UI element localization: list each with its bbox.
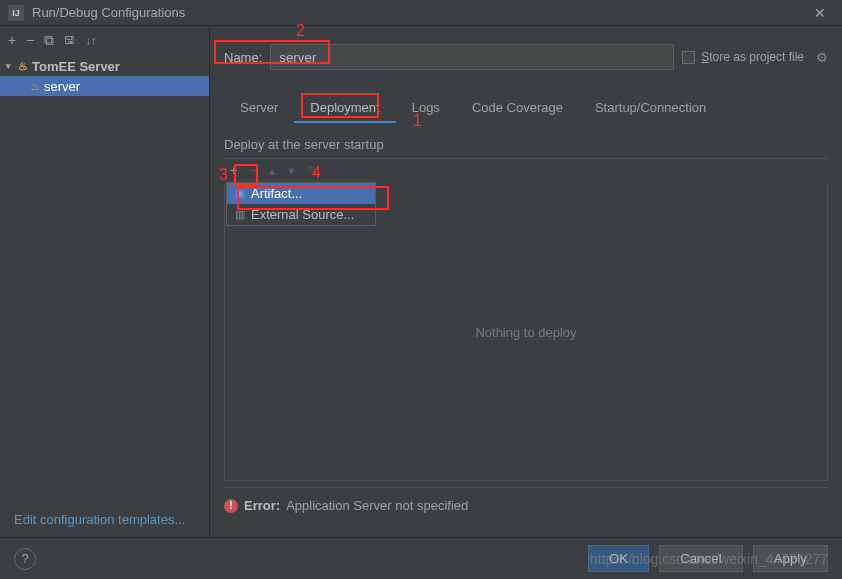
watermark: https://blog.csdn.net/weixin_44736277 [590, 551, 828, 567]
error-message: Application Server not specified [286, 498, 468, 513]
tree-node-label: server [44, 79, 80, 94]
tabs: Server Deployment Logs Code Coverage Sta… [210, 78, 842, 123]
name-label: Name: [224, 50, 262, 65]
tab-startup-connection[interactable]: Startup/Connection [579, 94, 722, 123]
name-input[interactable] [270, 44, 674, 70]
deploy-edit-button[interactable]: ✎ [307, 163, 318, 178]
add-dropdown: ▣ Artifact... ▥ External Source... [226, 182, 376, 226]
sort-config-button[interactable]: ↓↑ [85, 34, 96, 46]
window-title: Run/Debug Configurations [32, 5, 806, 20]
tab-logs[interactable]: Logs [396, 94, 456, 123]
deploy-toolbar: + − ▴ ▾ ✎ [224, 158, 828, 184]
tab-code-coverage[interactable]: Code Coverage [456, 94, 579, 123]
external-icon: ▥ [235, 208, 245, 221]
deploy-down-button[interactable]: ▾ [288, 163, 295, 178]
gear-icon[interactable]: ⚙ [816, 50, 828, 65]
edit-templates-link[interactable]: Edit configuration templates... [14, 512, 185, 527]
dropdown-artifact[interactable]: ▣ Artifact... [227, 183, 375, 204]
app-icon: IJ [8, 5, 24, 21]
deploy-add-button[interactable]: + [230, 163, 238, 178]
remove-config-button[interactable]: − [26, 32, 34, 48]
help-button[interactable]: ? [14, 548, 36, 570]
tree-node-server[interactable]: ♨ server [0, 76, 209, 96]
tree-node-label: TomEE Server [32, 59, 120, 74]
tree-node-tomee[interactable]: ▾ ♨ TomEE Server [0, 56, 209, 76]
server-icon: ♨ [30, 80, 40, 93]
deploy-remove-button[interactable]: − [250, 163, 258, 178]
main-area: + − ⧉ 🖫 ↓↑ ▾ ♨ TomEE Server ♨ server Edi… [0, 26, 842, 537]
dropdown-item-label: Artifact... [251, 186, 302, 201]
sidebar: + − ⧉ 🖫 ↓↑ ▾ ♨ TomEE Server ♨ server Edi… [0, 26, 210, 537]
artifact-icon: ▣ [235, 187, 245, 200]
close-button[interactable]: ✕ [806, 5, 834, 21]
error-icon: ! [224, 499, 238, 513]
store-as-project-checkbox[interactable]: Store as project file [682, 50, 804, 64]
chevron-down-icon: ▾ [6, 61, 16, 71]
name-row: Name: Store as project file ⚙ [210, 26, 842, 78]
sidebar-footer: Edit configuration templates... [0, 502, 209, 537]
dropdown-external-source[interactable]: ▥ External Source... [227, 204, 375, 225]
error-row: ! Error: Application Server not specifie… [224, 487, 828, 523]
tab-deployment[interactable]: Deployment [294, 94, 395, 123]
checkbox-box [682, 51, 695, 64]
deploy-section-label: Deploy at the server startup [224, 137, 828, 152]
content: Name: Store as project file ⚙ Server Dep… [210, 26, 842, 537]
error-label: Error: [244, 498, 280, 513]
dropdown-item-label: External Source... [251, 207, 354, 222]
config-tree: ▾ ♨ TomEE Server ♨ server [0, 54, 209, 502]
save-config-button[interactable]: 🖫 [64, 34, 75, 46]
store-label: Store as project file [701, 50, 804, 64]
titlebar: IJ Run/Debug Configurations ✕ [0, 0, 842, 26]
tab-server[interactable]: Server [224, 94, 294, 123]
tomee-icon: ♨ [18, 60, 28, 73]
deploy-list: Nothing to deploy [224, 184, 828, 481]
empty-state-text: Nothing to deploy [475, 325, 576, 340]
sidebar-toolbar: + − ⧉ 🖫 ↓↑ [0, 26, 209, 54]
tab-content: Deploy at the server startup + − ▴ ▾ ✎ ▣… [210, 123, 842, 537]
deploy-up-button[interactable]: ▴ [269, 163, 276, 178]
copy-config-button[interactable]: ⧉ [44, 32, 54, 49]
add-config-button[interactable]: + [8, 32, 16, 48]
